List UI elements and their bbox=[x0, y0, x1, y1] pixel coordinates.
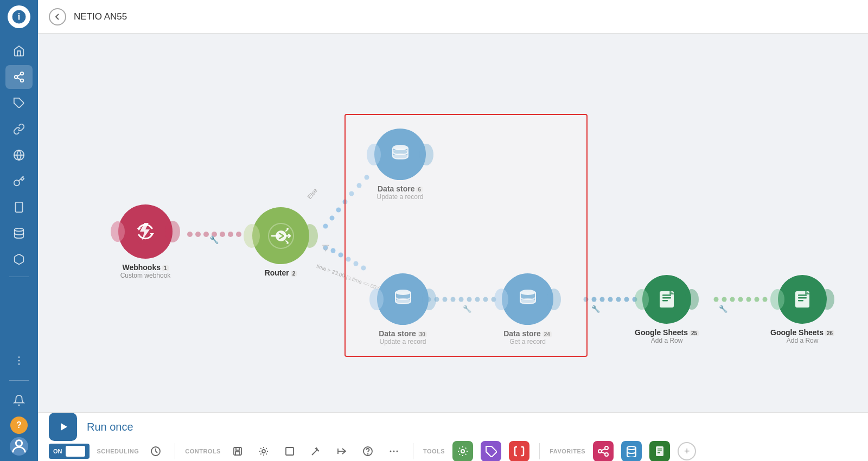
divider-1 bbox=[175, 443, 175, 459]
svg-point-27 bbox=[343, 200, 348, 204]
svg-text:i: i bbox=[18, 12, 21, 21]
avatar[interactable] bbox=[10, 437, 28, 456]
svg-point-57 bbox=[746, 297, 751, 302]
sidebar-item-database[interactable] bbox=[5, 221, 33, 245]
add-button[interactable]: + bbox=[678, 442, 696, 460]
svg-point-25 bbox=[330, 216, 335, 221]
svg-rect-80 bbox=[662, 294, 671, 296]
svg-point-54 bbox=[722, 297, 727, 302]
svg-point-16 bbox=[16, 440, 22, 446]
run-once-button[interactable] bbox=[49, 413, 77, 441]
svg-point-92 bbox=[262, 450, 265, 453]
on-toggle[interactable]: ON bbox=[49, 444, 90, 459]
divider-2 bbox=[413, 443, 413, 459]
arrow-icon[interactable] bbox=[333, 442, 351, 460]
datastore-bottom-right-info: Data store24 Get a record bbox=[503, 329, 552, 345]
svg-point-50 bbox=[616, 297, 621, 302]
datastore-top-sublabel: Update a record bbox=[376, 193, 423, 201]
svg-rect-91 bbox=[235, 452, 240, 455]
svg-point-59 bbox=[763, 297, 768, 302]
sidebar-item-help[interactable]: ? bbox=[10, 417, 28, 434]
tool-puzzle[interactable] bbox=[481, 441, 501, 461]
sidebar-item-puzzle[interactable] bbox=[5, 91, 33, 115]
svg-line-109 bbox=[602, 452, 606, 454]
sidebar-item-link[interactable] bbox=[5, 117, 33, 141]
svg-rect-84 bbox=[798, 294, 807, 296]
svg-point-42 bbox=[467, 297, 472, 302]
tool-gear[interactable] bbox=[452, 441, 473, 461]
sidebar-item-home[interactable] bbox=[5, 39, 33, 63]
back-button[interactable] bbox=[49, 8, 66, 25]
settings-icon[interactable] bbox=[254, 442, 273, 460]
datastore-top-node[interactable]: Data store6 Update a record bbox=[374, 129, 426, 201]
svg-rect-112 bbox=[658, 449, 662, 450]
svg-point-102 bbox=[396, 451, 398, 452]
flow-canvas[interactable]: 🔧 🔧 🔧 🔧 ▽ Else time > 23:00 (a.time <= 0… bbox=[38, 34, 868, 412]
sidebar-item-phone[interactable] bbox=[5, 195, 33, 219]
gsheets-1-node[interactable]: Google Sheets25 Add a Row bbox=[635, 275, 699, 344]
page-title: NETIO AN55 bbox=[74, 11, 127, 22]
datastore-bottom-left-node[interactable]: Data store30 Update a record bbox=[377, 273, 429, 345]
svg-line-5 bbox=[17, 78, 21, 80]
webhooks-info: Webhooks1 Custom webhook bbox=[120, 263, 171, 279]
sidebar-item-bell[interactable] bbox=[5, 388, 33, 412]
toggle-switch[interactable] bbox=[66, 446, 85, 457]
svg-rect-82 bbox=[662, 300, 668, 302]
magic-icon[interactable] bbox=[307, 442, 325, 460]
svg-point-29 bbox=[357, 183, 362, 188]
svg-point-100 bbox=[390, 451, 391, 452]
tool-bracket[interactable] bbox=[509, 441, 529, 461]
view-icon[interactable] bbox=[280, 442, 299, 460]
run-once-label: Run once bbox=[87, 421, 133, 433]
svg-point-17 bbox=[187, 232, 193, 237]
svg-point-4 bbox=[21, 79, 24, 82]
svg-point-51 bbox=[624, 297, 629, 302]
svg-point-36 bbox=[361, 266, 366, 271]
controls-label: CONTROLS bbox=[185, 448, 221, 454]
favorites-label: FAVORITES bbox=[550, 448, 585, 454]
svg-point-46 bbox=[584, 297, 589, 302]
datastore-top-info: Data store6 Update a record bbox=[376, 184, 423, 201]
svg-point-28 bbox=[349, 191, 354, 196]
svg-text:🔧: 🔧 bbox=[719, 304, 728, 313]
sidebar-item-more[interactable] bbox=[5, 349, 33, 373]
datastore-bottom-left-info: Data store30 Update a record bbox=[379, 329, 427, 345]
fav-sheets[interactable] bbox=[649, 441, 670, 461]
tools-label: TOOLS bbox=[423, 448, 445, 454]
svg-point-53 bbox=[714, 297, 719, 302]
svg-rect-86 bbox=[798, 300, 803, 302]
svg-point-110 bbox=[627, 446, 636, 450]
svg-point-56 bbox=[738, 297, 743, 302]
help-icon[interactable] bbox=[359, 442, 377, 460]
router-node[interactable]: Router2 bbox=[252, 207, 309, 277]
svg-point-40 bbox=[451, 297, 456, 302]
sidebar-item-globe[interactable] bbox=[5, 143, 33, 167]
svg-point-19 bbox=[203, 232, 209, 237]
svg-text:🔧: 🔧 bbox=[463, 304, 472, 313]
svg-point-20 bbox=[212, 232, 217, 237]
save-icon[interactable] bbox=[228, 442, 247, 460]
main-area: NETIO AN55 bbox=[38, 0, 868, 461]
svg-point-22 bbox=[228, 232, 233, 237]
sidebar-item-box[interactable] bbox=[5, 247, 33, 271]
svg-rect-81 bbox=[662, 297, 671, 299]
sidebar-item-key[interactable] bbox=[5, 169, 33, 193]
svg-point-34 bbox=[346, 257, 351, 262]
webhooks-node[interactable]: Webhooks1 Custom webhook bbox=[118, 204, 173, 279]
more-icon[interactable] bbox=[385, 442, 403, 460]
gsheets-2-node[interactable]: Google Sheets26 Add a Row bbox=[770, 275, 834, 344]
datastore-bottom-right-node[interactable]: Data store24 Get a record bbox=[502, 273, 553, 345]
router-info: Router2 bbox=[265, 268, 297, 277]
sidebar-divider2 bbox=[9, 380, 29, 381]
datastore-top-label: Data store6 bbox=[376, 184, 423, 193]
svg-rect-85 bbox=[798, 297, 807, 299]
fav-database[interactable] bbox=[621, 441, 642, 461]
sidebar-item-share[interactable] bbox=[5, 65, 33, 89]
sidebar: i ? bbox=[0, 0, 38, 461]
svg-point-47 bbox=[592, 297, 597, 302]
fav-webhook[interactable] bbox=[593, 441, 614, 461]
svg-point-44 bbox=[483, 297, 488, 302]
clock-icon[interactable] bbox=[146, 442, 165, 460]
app-logo[interactable]: i bbox=[8, 5, 30, 28]
sidebar-divider bbox=[9, 277, 29, 277]
